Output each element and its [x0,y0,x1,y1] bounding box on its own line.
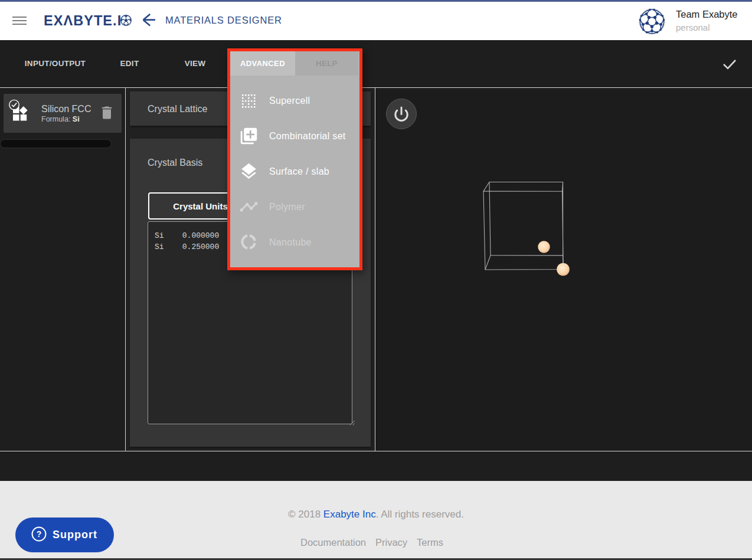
svg-text:?: ? [37,529,42,539]
